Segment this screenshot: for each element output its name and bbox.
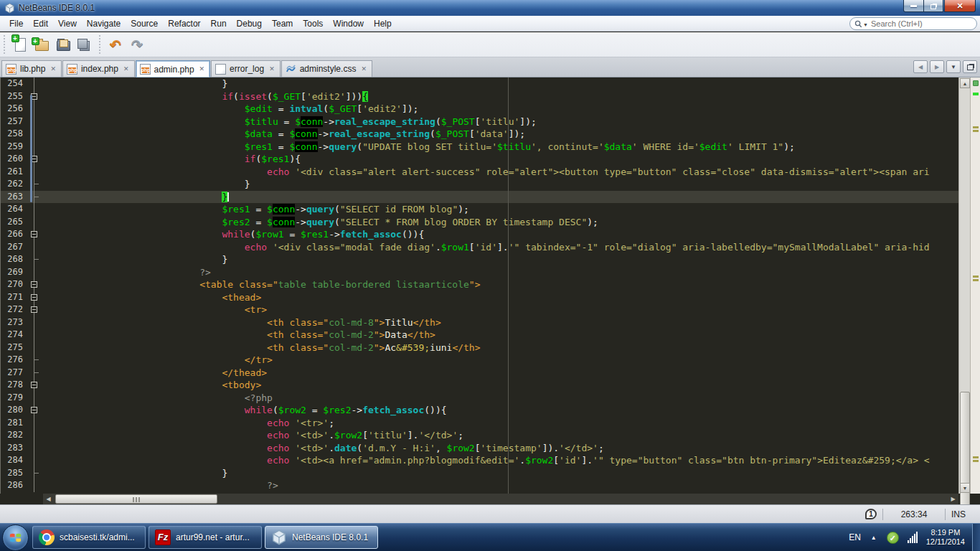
language-indicator[interactable]: EN <box>849 532 861 542</box>
line-number[interactable]: 275 <box>1 342 27 354</box>
scroll-down-button[interactable]: ▼ <box>960 483 970 493</box>
fold-column[interactable] <box>27 367 42 380</box>
menu-debug[interactable]: Debug <box>232 17 267 31</box>
menu-edit[interactable]: Edit <box>28 17 53 31</box>
titlebar[interactable]: NetBeans IDE 8.0.1 ✕ <box>0 0 980 16</box>
menu-source[interactable]: Source <box>126 17 163 31</box>
undo-button[interactable]: ↶ <box>105 34 126 55</box>
line-number[interactable]: 276 <box>1 354 27 367</box>
code-line[interactable]: 267 echo '<div class="modal fade diag'.$… <box>1 241 958 254</box>
search-box[interactable]: ▼ <box>849 17 977 30</box>
new-project-button[interactable]: + <box>32 34 52 55</box>
line-number[interactable]: 271 <box>1 291 27 304</box>
fold-column[interactable] <box>27 241 42 254</box>
vertical-scrollbar[interactable]: ▲ ▼ <box>958 77 970 494</box>
code-line[interactable]: 274 <th class="col-md-2">Data</th> <box>1 329 958 342</box>
maximize-editor-button[interactable] <box>963 60 977 73</box>
fold-column[interactable] <box>27 316 42 329</box>
fold-column[interactable] <box>27 103 42 116</box>
line-number[interactable]: 267 <box>1 241 27 254</box>
fold-column[interactable] <box>27 479 42 492</box>
antivirus-tray-icon[interactable]: ✓ <box>887 532 899 544</box>
line-number[interactable]: 280 <box>1 404 27 417</box>
line-number[interactable]: 277 <box>1 367 27 380</box>
fold-column[interactable] <box>27 253 42 266</box>
line-number[interactable]: 285 <box>1 467 27 480</box>
fold-collapse-icon[interactable] <box>31 407 37 413</box>
code-line[interactable]: 265 $res2 = $conn->query("SELECT * FROM … <box>1 216 958 229</box>
fold-collapse-icon[interactable] <box>31 281 37 288</box>
fold-column[interactable] <box>27 266 42 279</box>
fold-column[interactable] <box>27 342 42 354</box>
error-stripe[interactable] <box>970 77 980 494</box>
fold-column[interactable] <box>27 278 42 291</box>
code-editor[interactable]: 254 }255 if(isset($_GET['edit2'])){256 $… <box>0 77 980 494</box>
line-number[interactable]: 268 <box>1 253 27 266</box>
tab-adminstyle.css[interactable]: adminstyle.css✕ <box>281 60 372 77</box>
code-area[interactable]: 254 }255 if(isset($_GET['edit2'])){256 $… <box>1 77 958 494</box>
fold-column[interactable] <box>27 178 42 191</box>
code-line[interactable]: 272 <tr> <box>1 303 958 316</box>
fold-column[interactable] <box>27 467 42 480</box>
line-number[interactable]: 260 <box>1 153 27 166</box>
line-number[interactable]: 270 <box>1 278 27 291</box>
code-line[interactable]: 260 if($res1){ <box>1 153 958 166</box>
code-line[interactable]: 264 $res1 = $conn->query("SELECT id FROM… <box>1 203 958 216</box>
fold-column[interactable] <box>27 303 42 316</box>
menu-file[interactable]: File <box>4 17 28 31</box>
scroll-left-button[interactable]: ◀ <box>43 494 54 504</box>
menu-window[interactable]: Window <box>328 17 369 31</box>
line-number[interactable]: 284 <box>1 454 27 467</box>
network-signal-icon[interactable] <box>908 532 918 543</box>
code-line[interactable]: 263 } <box>1 191 958 204</box>
code-line[interactable]: 286 ?> <box>1 479 958 492</box>
scroll-tabs-right-button[interactable]: ▶ <box>930 60 944 73</box>
code-line[interactable]: 266 while($row1 = $res1->fetch_assoc()){ <box>1 228 958 241</box>
notifications-icon[interactable]: 1 <box>865 509 877 519</box>
open-project-button[interactable] <box>53 34 73 55</box>
line-number[interactable]: 254 <box>1 77 27 90</box>
toolbar-grip[interactable] <box>98 35 103 54</box>
close-tab-icon[interactable]: ✕ <box>50 66 56 72</box>
fold-column[interactable] <box>27 228 42 241</box>
taskbar-button-netbeans[interactable]: NetBeans IDE 8.0.1 <box>265 526 378 549</box>
redo-button[interactable]: ↷ <box>127 34 147 55</box>
code-line[interactable]: 280 while($row2 = $res2->fetch_assoc()){ <box>1 404 958 417</box>
menu-tools[interactable]: Tools <box>298 17 328 31</box>
line-number[interactable]: 274 <box>1 329 27 342</box>
code-line[interactable]: 285 } <box>1 467 958 480</box>
fold-column[interactable] <box>27 116 42 128</box>
scroll-up-button[interactable]: ▲ <box>960 78 970 88</box>
menu-view[interactable]: View <box>53 17 82 31</box>
scroll-tabs-left-button[interactable]: ◀ <box>913 60 928 73</box>
menu-run[interactable]: Run <box>206 17 232 31</box>
line-number[interactable]: 279 <box>1 392 27 405</box>
clock[interactable]: 8:19 PM 12/11/2014 <box>926 528 965 547</box>
code-line[interactable]: 279 <?php <box>1 392 958 405</box>
fold-collapse-icon[interactable] <box>31 382 37 388</box>
fold-column[interactable] <box>27 329 42 342</box>
fold-column[interactable] <box>27 404 42 417</box>
code-line[interactable]: 276 </tr> <box>1 354 958 367</box>
fold-column[interactable] <box>27 141 42 154</box>
line-number[interactable]: 255 <box>1 90 27 103</box>
tab-admin.php[interactable]: admin.php✕ <box>136 60 211 77</box>
horizontal-scrollbar[interactable]: ◀ ▶ <box>43 494 958 504</box>
taskbar-button-filezilla[interactable]: Fzartur99.net - artur... <box>149 526 262 549</box>
fold-column[interactable] <box>27 153 42 166</box>
close-tab-icon[interactable]: ✕ <box>361 66 367 72</box>
menu-help[interactable]: Help <box>369 17 397 31</box>
search-dropdown-icon[interactable]: ▼ <box>863 22 868 27</box>
fold-column[interactable] <box>27 191 42 204</box>
code-line[interactable]: 271 <thead> <box>1 291 958 304</box>
taskbar-button-chrome[interactable]: scbaisesti.tk/admi... <box>32 526 146 549</box>
tab-list-dropdown-button[interactable]: ▼ <box>946 60 961 73</box>
menu-navigate[interactable]: Navigate <box>82 17 126 31</box>
new-file-button[interactable]: + <box>10 34 30 55</box>
code-line[interactable]: 259 $res1 = $conn->query("UPDATE blog SE… <box>1 141 958 154</box>
fold-column[interactable] <box>27 77 42 90</box>
close-button[interactable]: ✕ <box>944 0 976 12</box>
error-stripe-occurrence-mark[interactable] <box>973 456 979 458</box>
code-line[interactable]: 278 <tbody> <box>1 379 958 392</box>
hidden-icons-button[interactable]: ▲ <box>871 534 877 541</box>
